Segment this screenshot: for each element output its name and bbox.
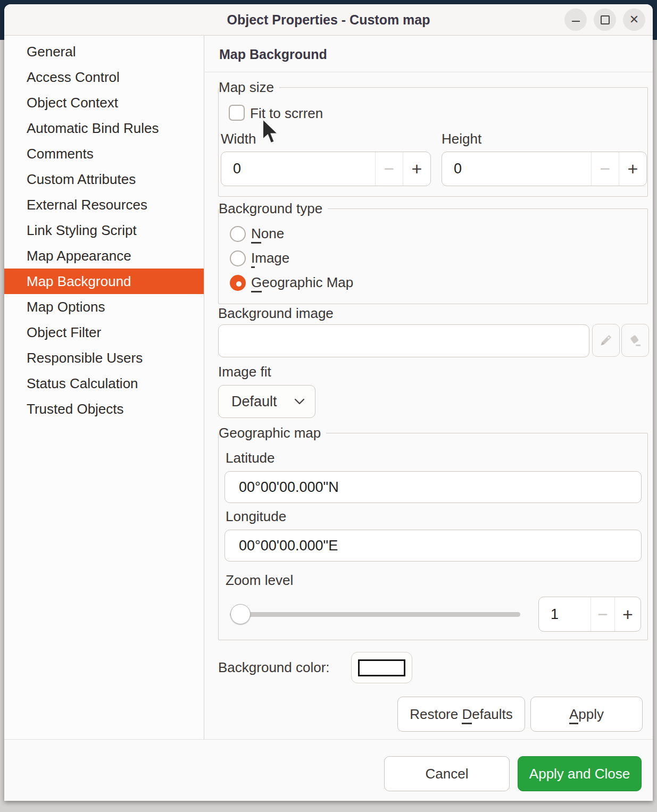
image-fit-label: Image fit [218,364,271,380]
image-fit-value: Default [231,394,277,410]
sidebar-item-responsible-users[interactable]: Responsible Users [4,345,204,371]
sidebar-item-object-filter[interactable]: Object Filter [4,320,204,345]
height-decrement-button[interactable]: − [592,152,619,186]
height-increment-button[interactable]: + [619,152,646,186]
close-icon: ✕ [629,14,639,26]
radio-geographic-map-icon[interactable] [230,275,246,291]
sidebar-item-external-resources[interactable]: External Resources [4,192,204,217]
sidebar-item-status-calculation[interactable]: Status Calculation [4,371,204,396]
radio-option-geographic-map[interactable]: Geographic Map [230,274,353,291]
pen-icon [598,332,614,348]
window-title: Object Properties - Custom map [4,4,653,35]
minimize-icon [572,21,580,22]
image-fit-dropdown[interactable]: Default [218,385,315,418]
sidebar-item-map-background[interactable]: Map Background [4,269,204,294]
titlebar[interactable]: Object Properties - Custom map ✕ [4,4,653,36]
background-type-legend: Background type [219,201,328,216]
radio-option-none[interactable]: None [230,225,284,242]
zoom-level-label: Zoom level [226,572,293,589]
sidebar-item-custom-attributes[interactable]: Custom Attributes [4,166,204,192]
sidebar-item-map-appearance[interactable]: Map Appearance [4,243,204,269]
sidebar-item-trusted-objects[interactable]: Trusted Objects [4,396,204,422]
background-color-label: Background color: [218,659,330,676]
sidebar-item-link-styling-script[interactable]: Link Styling Script [4,217,204,243]
select-image-button[interactable] [592,324,620,357]
apply-button[interactable]: Apply [530,697,643,732]
fit-to-screen-checkbox[interactable] [229,105,245,121]
object-properties-dialog: Object Properties - Custom map ✕ General… [4,4,653,801]
sidebar-item-automatic-bind-rules[interactable]: Automatic Bind Rules [4,115,204,141]
width-label: Width [221,131,256,147]
restore-defaults-button[interactable]: Restore Defaults [397,697,525,732]
cancel-button[interactable]: Cancel [384,756,510,791]
latitude-input[interactable]: 00°00'00.000"N [224,471,642,503]
sidebar-item-access-control[interactable]: Access Control [4,64,204,90]
background-image-label: Background image [218,305,334,322]
map-size-legend: Map size [219,80,279,95]
longitude-input[interactable]: 00°00'00.000"E [224,530,642,562]
zoom-level-slider-track[interactable] [230,612,520,617]
longitude-label: Longitude [226,508,286,525]
fit-to-screen-label: Fit to scrren [250,105,323,122]
width-spinner[interactable]: 0 − + [221,152,431,186]
width-decrement-button[interactable]: − [376,152,403,186]
chevron-down-icon [294,398,305,405]
sidebar-item-general[interactable]: General [4,39,204,64]
apply-and-close-button[interactable]: Apply and Close [518,756,642,791]
zoom-level-value[interactable]: 1 [539,597,591,631]
minimize-button[interactable] [564,9,587,31]
background-image-input[interactable] [218,324,589,357]
color-swatch [358,659,405,676]
height-value[interactable]: 0 [442,152,591,186]
properties-category-list: GeneralAccess ControlObject ContextAutom… [4,36,204,739]
zoom-decrement-button[interactable]: − [591,597,614,631]
latitude-label: Latitude [226,450,275,466]
zoom-increment-button[interactable]: + [615,597,641,631]
background-color-button[interactable] [351,652,412,683]
header-divider [205,72,653,72]
sidebar-item-comments[interactable]: Comments [4,141,204,166]
page-title: Map Background [219,47,327,62]
zoom-level-slider-handle[interactable] [230,604,251,624]
sidebar-item-map-options[interactable]: Map Options [4,294,204,320]
mouse-cursor [262,118,280,146]
close-button[interactable]: ✕ [623,9,645,31]
radio-image-icon[interactable] [230,250,246,266]
footer-divider [4,739,653,740]
radio-option-image[interactable]: Image [230,250,289,266]
desktop: Object Properties - Custom map ✕ General… [0,0,657,812]
zoom-level-spinner[interactable]: 1 − + [538,597,641,632]
maximize-icon [601,15,610,24]
eraser-icon [627,332,643,348]
maximize-button[interactable] [594,9,616,31]
sidebar-item-object-context[interactable]: Object Context [4,90,204,115]
width-increment-button[interactable]: + [403,152,430,186]
height-label: Height [442,131,481,147]
clear-image-button[interactable] [621,324,649,357]
radio-none-icon[interactable] [230,226,246,242]
geographic-map-legend: Geographic map [219,425,326,440]
width-value[interactable]: 0 [221,152,375,186]
height-spinner[interactable]: 0 − + [442,152,647,186]
